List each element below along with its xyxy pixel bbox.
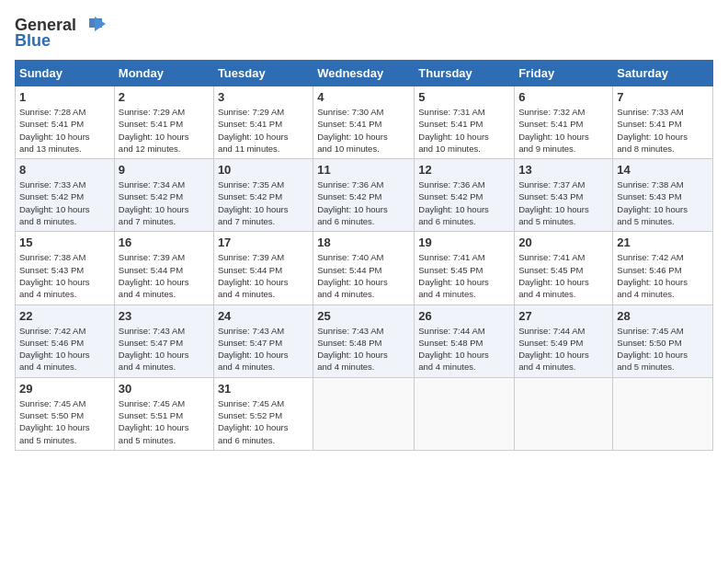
day-info: Sunrise: 7:41 AMSunset: 5:45 PMDaylight:… (418, 252, 489, 299)
day-info: Sunrise: 7:33 AMSunset: 5:42 PMDaylight:… (19, 179, 90, 226)
weekday-header-row: SundayMondayTuesdayWednesdayThursdayFrid… (16, 61, 713, 86)
calendar-day-cell: 1 Sunrise: 7:28 AMSunset: 5:41 PMDayligh… (16, 86, 115, 159)
calendar-day-cell: 20 Sunrise: 7:41 AMSunset: 5:45 PMDaylig… (515, 232, 613, 304)
day-info: Sunrise: 7:29 AMSunset: 5:41 PMDaylight:… (119, 107, 189, 154)
day-number: 7 (617, 90, 709, 104)
day-number: 12 (418, 163, 510, 177)
day-info: Sunrise: 7:43 AMSunset: 5:47 PMDaylight:… (218, 326, 289, 373)
calendar-day-cell: 7 Sunrise: 7:33 AMSunset: 5:41 PMDayligh… (613, 86, 713, 159)
calendar-week-row: 15 Sunrise: 7:38 AMSunset: 5:43 PMDaylig… (16, 232, 713, 304)
weekday-header-cell: Sunday (16, 61, 115, 86)
calendar-day-cell: 12 Sunrise: 7:36 AMSunset: 5:42 PMDaylig… (415, 159, 515, 232)
day-info: Sunrise: 7:31 AMSunset: 5:41 PMDaylight:… (418, 107, 489, 154)
calendar-day-cell: 14 Sunrise: 7:38 AMSunset: 5:43 PMDaylig… (613, 159, 713, 232)
day-number: 11 (317, 163, 410, 177)
day-number: 14 (617, 163, 709, 177)
calendar-day-cell: 31 Sunrise: 7:45 AMSunset: 5:52 PMDaylig… (213, 377, 313, 450)
day-number: 24 (218, 309, 309, 323)
day-number: 4 (317, 90, 410, 104)
calendar-day-cell: 19 Sunrise: 7:41 AMSunset: 5:45 PMDaylig… (415, 232, 515, 304)
day-info: Sunrise: 7:29 AMSunset: 5:41 PMDaylight:… (218, 107, 289, 154)
day-number: 23 (119, 309, 210, 323)
day-number: 9 (119, 163, 210, 177)
day-number: 13 (518, 163, 609, 177)
day-number: 18 (317, 236, 410, 249)
calendar-day-cell: 8 Sunrise: 7:33 AMSunset: 5:42 PMDayligh… (16, 159, 115, 232)
day-number: 25 (317, 309, 410, 323)
day-info: Sunrise: 7:45 AMSunset: 5:50 PMDaylight:… (19, 398, 90, 445)
day-info: Sunrise: 7:42 AMSunset: 5:46 PMDaylight:… (617, 252, 688, 299)
weekday-header-cell: Thursday (415, 61, 515, 86)
day-info: Sunrise: 7:45 AMSunset: 5:52 PMDaylight:… (218, 398, 289, 445)
day-info: Sunrise: 7:44 AMSunset: 5:48 PMDaylight:… (418, 326, 489, 373)
day-number: 22 (19, 309, 110, 323)
logo: General Blue (15, 15, 106, 51)
calendar-day-cell: 3 Sunrise: 7:29 AMSunset: 5:41 PMDayligh… (213, 86, 313, 159)
calendar-day-cell: 13 Sunrise: 7:37 AMSunset: 5:43 PMDaylig… (515, 159, 613, 232)
logo-icon (76, 15, 106, 35)
day-number: 1 (19, 90, 110, 104)
calendar-day-cell: 29 Sunrise: 7:45 AMSunset: 5:50 PMDaylig… (16, 377, 115, 450)
calendar-day-cell: 21 Sunrise: 7:42 AMSunset: 5:46 PMDaylig… (613, 232, 713, 304)
calendar-week-row: 8 Sunrise: 7:33 AMSunset: 5:42 PMDayligh… (16, 159, 713, 232)
day-info: Sunrise: 7:45 AMSunset: 5:50 PMDaylight:… (617, 326, 688, 373)
day-info: Sunrise: 7:36 AMSunset: 5:42 PMDaylight:… (317, 179, 388, 226)
day-number: 19 (418, 236, 510, 249)
day-number: 6 (518, 90, 609, 104)
day-number: 2 (119, 90, 210, 104)
day-info: Sunrise: 7:39 AMSunset: 5:44 PMDaylight:… (218, 252, 289, 299)
day-number: 28 (617, 309, 709, 323)
weekday-header-cell: Saturday (613, 61, 713, 86)
day-info: Sunrise: 7:30 AMSunset: 5:41 PMDaylight:… (317, 107, 388, 154)
weekday-header-cell: Monday (114, 61, 213, 86)
calendar-day-cell: 4 Sunrise: 7:30 AMSunset: 5:41 PMDayligh… (313, 86, 415, 159)
day-info: Sunrise: 7:39 AMSunset: 5:44 PMDaylight:… (119, 252, 189, 299)
day-info: Sunrise: 7:34 AMSunset: 5:42 PMDaylight:… (119, 179, 189, 226)
calendar-day-cell: 2 Sunrise: 7:29 AMSunset: 5:41 PMDayligh… (114, 86, 213, 159)
calendar-day-cell: 11 Sunrise: 7:36 AMSunset: 5:42 PMDaylig… (313, 159, 415, 232)
day-info: Sunrise: 7:37 AMSunset: 5:43 PMDaylight:… (518, 179, 589, 226)
calendar-day-cell: 6 Sunrise: 7:32 AMSunset: 5:41 PMDayligh… (515, 86, 613, 159)
day-info: Sunrise: 7:42 AMSunset: 5:46 PMDaylight:… (19, 326, 90, 373)
day-info: Sunrise: 7:36 AMSunset: 5:42 PMDaylight:… (418, 179, 489, 226)
calendar-day-cell: 22 Sunrise: 7:42 AMSunset: 5:46 PMDaylig… (16, 304, 115, 377)
day-number: 31 (218, 382, 309, 396)
calendar-day-cell: 24 Sunrise: 7:43 AMSunset: 5:47 PMDaylig… (213, 304, 313, 377)
calendar-day-cell: 26 Sunrise: 7:44 AMSunset: 5:48 PMDaylig… (415, 304, 515, 377)
calendar-week-row: 29 Sunrise: 7:45 AMSunset: 5:50 PMDaylig… (16, 377, 713, 450)
calendar-day-cell: 5 Sunrise: 7:31 AMSunset: 5:41 PMDayligh… (415, 86, 515, 159)
day-info: Sunrise: 7:40 AMSunset: 5:44 PMDaylight:… (317, 252, 388, 299)
calendar-week-row: 22 Sunrise: 7:42 AMSunset: 5:46 PMDaylig… (16, 304, 713, 377)
day-info: Sunrise: 7:43 AMSunset: 5:47 PMDaylight:… (119, 326, 189, 373)
calendar-day-cell: 10 Sunrise: 7:35 AMSunset: 5:42 PMDaylig… (213, 159, 313, 232)
day-number: 20 (518, 236, 609, 249)
day-info: Sunrise: 7:35 AMSunset: 5:42 PMDaylight:… (218, 179, 289, 226)
calendar-week-row: 1 Sunrise: 7:28 AMSunset: 5:41 PMDayligh… (16, 86, 713, 159)
day-number: 26 (418, 309, 510, 323)
weekday-header-cell: Tuesday (213, 61, 313, 86)
day-number: 3 (218, 90, 309, 104)
calendar-day-cell: 28 Sunrise: 7:45 AMSunset: 5:50 PMDaylig… (613, 304, 713, 377)
day-info: Sunrise: 7:38 AMSunset: 5:43 PMDaylight:… (19, 252, 90, 299)
day-number: 8 (19, 163, 110, 177)
page-header: General Blue (15, 15, 713, 51)
day-info: Sunrise: 7:33 AMSunset: 5:41 PMDaylight:… (617, 107, 688, 154)
calendar-day-cell: 30 Sunrise: 7:45 AMSunset: 5:51 PMDaylig… (114, 377, 213, 450)
day-number: 16 (119, 236, 210, 249)
day-number: 21 (617, 236, 709, 249)
weekday-header-cell: Wednesday (313, 61, 415, 86)
day-info: Sunrise: 7:38 AMSunset: 5:43 PMDaylight:… (617, 179, 688, 226)
logo-blue: Blue (15, 31, 51, 51)
day-number: 17 (218, 236, 309, 249)
calendar-day-cell: 16 Sunrise: 7:39 AMSunset: 5:44 PMDaylig… (114, 232, 213, 304)
calendar-day-cell: 23 Sunrise: 7:43 AMSunset: 5:47 PMDaylig… (114, 304, 213, 377)
calendar-day-cell (515, 377, 613, 450)
calendar-day-cell: 17 Sunrise: 7:39 AMSunset: 5:44 PMDaylig… (213, 232, 313, 304)
day-number: 15 (19, 236, 110, 249)
day-info: Sunrise: 7:44 AMSunset: 5:49 PMDaylight:… (518, 326, 589, 373)
day-info: Sunrise: 7:43 AMSunset: 5:48 PMDaylight:… (317, 326, 388, 373)
calendar-day-cell: 15 Sunrise: 7:38 AMSunset: 5:43 PMDaylig… (16, 232, 115, 304)
day-number: 10 (218, 163, 309, 177)
day-info: Sunrise: 7:45 AMSunset: 5:51 PMDaylight:… (119, 398, 189, 445)
day-info: Sunrise: 7:41 AMSunset: 5:45 PMDaylight:… (518, 252, 589, 299)
